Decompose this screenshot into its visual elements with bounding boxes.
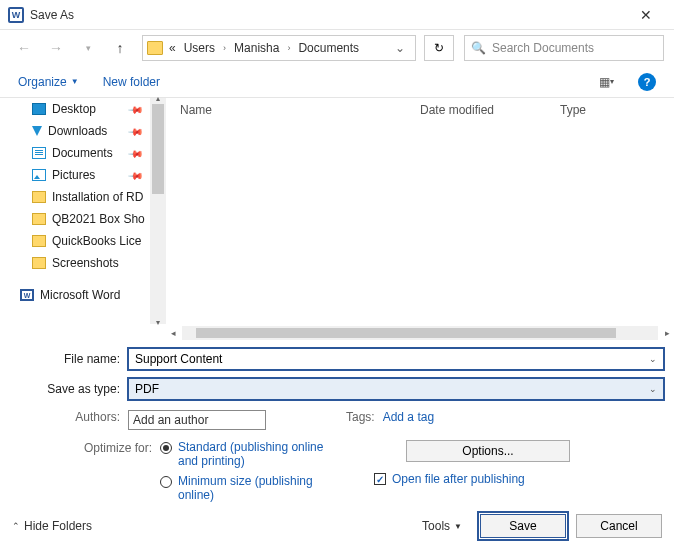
address-bar[interactable]: « Users › Manisha › Documents ⌄ xyxy=(142,35,416,61)
tags-input[interactable]: Add a tag xyxy=(383,410,434,430)
sidebar-item-downloads[interactable]: Downloads📌 xyxy=(0,120,150,142)
chevron-down-icon[interactable]: ⌄ xyxy=(649,354,657,364)
title-bar: W Save As ✕ xyxy=(0,0,674,30)
folder-icon xyxy=(32,257,46,269)
desktop-icon xyxy=(32,103,46,115)
window-title: Save As xyxy=(30,8,626,22)
radio-icon xyxy=(160,476,172,488)
forward-button[interactable]: → xyxy=(42,36,70,60)
chevron-up-icon: ⌃ xyxy=(12,521,20,531)
checkbox-icon: ✓ xyxy=(374,473,386,485)
column-name[interactable]: Name xyxy=(180,103,420,117)
organize-menu[interactable]: Organize ▼ xyxy=(18,75,79,89)
new-folder-button[interactable]: New folder xyxy=(103,75,160,89)
word-icon: W xyxy=(20,289,34,301)
view-options-button[interactable]: ▦ ▾ xyxy=(599,75,614,89)
filename-input[interactable]: Support Content⌄ xyxy=(128,348,664,370)
authors-label: Authors: xyxy=(10,410,128,430)
path-prefix: « xyxy=(167,41,178,55)
sidebar-item-msword[interactable]: WMicrosoft Word xyxy=(0,284,150,306)
footer: ⌃ Hide Folders Tools ▼ Save Cancel xyxy=(0,512,674,540)
sidebar-item-pictures[interactable]: Pictures📌 xyxy=(0,164,150,186)
chevron-down-icon: ▼ xyxy=(71,77,79,86)
chevron-down-icon: ▼ xyxy=(454,522,462,531)
options-button[interactable]: Options... xyxy=(406,440,570,462)
pin-icon: 📌 xyxy=(128,145,144,161)
scroll-left-button[interactable]: ◂ xyxy=(166,328,180,338)
cancel-button[interactable]: Cancel xyxy=(576,514,662,538)
chevron-right-icon[interactable]: › xyxy=(285,43,292,53)
pin-icon: 📌 xyxy=(128,123,144,139)
save-form: File name: Support Content⌄ Save as type… xyxy=(0,342,674,508)
tags-label: Tags: xyxy=(346,410,375,430)
saveastype-select[interactable]: PDF⌄ xyxy=(128,378,664,400)
search-placeholder: Search Documents xyxy=(492,41,594,55)
word-app-icon: W xyxy=(8,7,24,23)
chevron-right-icon[interactable]: › xyxy=(221,43,228,53)
authors-input[interactable]: Add an author xyxy=(128,410,266,430)
pin-icon: 📌 xyxy=(128,167,144,183)
folder-icon xyxy=(32,191,46,203)
up-chevron-icon[interactable]: ▾ xyxy=(74,36,102,60)
column-headers: Name Date modified Type xyxy=(166,98,674,122)
column-type[interactable]: Type xyxy=(560,103,586,117)
horizontal-scrollbar-row: ◂ ▸ xyxy=(0,324,674,342)
folder-icon xyxy=(147,41,163,55)
hide-folders-button[interactable]: ⌃ Hide Folders xyxy=(12,519,92,533)
toolbar: Organize ▼ New folder ▦ ▾ ? xyxy=(0,66,674,98)
up-button[interactable]: ↑ xyxy=(106,36,134,60)
sidebar-item-desktop[interactable]: Desktop📌 xyxy=(0,98,150,120)
pin-icon: 📌 xyxy=(128,101,144,117)
path-segment[interactable]: Users xyxy=(182,41,217,55)
address-dropdown-icon[interactable]: ⌄ xyxy=(389,41,411,55)
optimize-minimum-radio[interactable]: Minimum size (publishing online) xyxy=(160,474,338,502)
optimize-standard-radio[interactable]: Standard (publishing online and printing… xyxy=(160,440,338,468)
folder-icon xyxy=(32,235,46,247)
sidebar-item-documents[interactable]: Documents📌 xyxy=(0,142,150,164)
refresh-button[interactable]: ↻ xyxy=(424,35,454,61)
sidebar-item-folder[interactable]: Screenshots xyxy=(0,252,150,274)
filename-label: File name: xyxy=(10,352,128,366)
optimize-label: Optimize for: xyxy=(10,440,160,455)
tools-menu[interactable]: Tools ▼ xyxy=(422,519,462,533)
file-list[interactable]: Name Date modified Type xyxy=(166,98,674,324)
view-icon: ▦ xyxy=(599,75,608,89)
scrollbar-thumb[interactable] xyxy=(152,104,164,194)
document-icon xyxy=(32,147,46,159)
scrollbar-thumb[interactable] xyxy=(196,328,616,338)
radio-icon xyxy=(160,442,172,454)
path-segment[interactable]: Manisha xyxy=(232,41,281,55)
folder-icon xyxy=(32,213,46,225)
chevron-down-icon[interactable]: ⌄ xyxy=(649,384,657,394)
open-after-publishing-checkbox[interactable]: ✓Open file after publishing xyxy=(374,472,664,486)
search-input[interactable]: 🔍 Search Documents xyxy=(464,35,664,61)
sidebar-item-folder[interactable]: Installation of RD xyxy=(0,186,150,208)
column-date[interactable]: Date modified xyxy=(420,103,560,117)
scroll-right-button[interactable]: ▸ xyxy=(660,328,674,338)
nav-row: ← → ▾ ↑ « Users › Manisha › Documents ⌄ … xyxy=(0,30,674,66)
navigation-sidebar: Desktop📌 Downloads📌 Documents📌 Pictures📌… xyxy=(0,98,150,324)
back-button[interactable]: ← xyxy=(10,36,38,60)
horizontal-scrollbar[interactable] xyxy=(182,326,658,340)
sidebar-item-folder[interactable]: QB2021 Box Sho xyxy=(0,208,150,230)
close-button[interactable]: ✕ xyxy=(626,7,666,23)
saveastype-label: Save as type: xyxy=(10,382,128,396)
path-segment[interactable]: Documents xyxy=(296,41,361,55)
sidebar-item-folder[interactable]: QuickBooks Lice xyxy=(0,230,150,252)
sidebar-scrollbar[interactable]: ▴▾ xyxy=(150,98,166,324)
search-icon: 🔍 xyxy=(471,41,486,55)
pictures-icon xyxy=(32,169,46,181)
download-icon xyxy=(32,126,42,136)
save-button[interactable]: Save xyxy=(480,514,566,538)
main-area: Desktop📌 Downloads📌 Documents📌 Pictures📌… xyxy=(0,98,674,324)
help-button[interactable]: ? xyxy=(638,73,656,91)
